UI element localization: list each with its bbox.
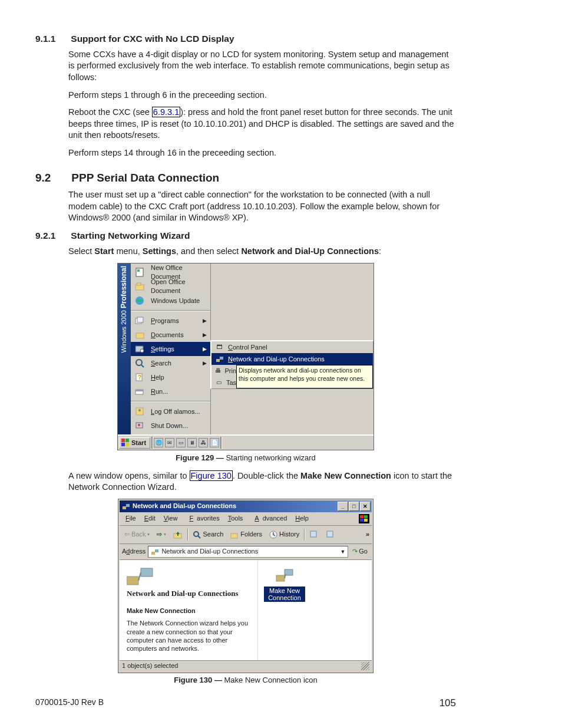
- section-9-1-1-heading: 9.1.1 Support for CXC with No LCD Displa…: [35, 33, 456, 45]
- help-icon: ?: [133, 372, 146, 383]
- crossref-link[interactable]: Figure 130: [190, 470, 233, 481]
- svg-rect-1: [137, 269, 140, 272]
- svg-rect-25: [125, 443, 129, 446]
- menu-item-open-office-doc[interactable]: Open Office Document: [131, 279, 210, 294]
- chevron-right-icon: ▶: [203, 345, 207, 353]
- arrow-left-icon: ⇦: [124, 530, 130, 539]
- svg-point-33: [194, 532, 199, 536]
- windows-logo-icon: [121, 439, 130, 447]
- toolbar-button[interactable]: [323, 529, 338, 540]
- history-button[interactable]: History: [267, 529, 302, 539]
- menu-item-windows-update[interactable]: Windows Update: [131, 294, 210, 308]
- section-title: PPP Serial Data Connection: [71, 172, 219, 184]
- info-pane-description: The Network Connection wizard helps you …: [127, 619, 250, 653]
- crossref-link[interactable]: 6.9.3.1: [152, 107, 180, 117]
- menu-item-search[interactable]: Search▶: [131, 356, 210, 370]
- paragraph: A new window opens, similar to Figure 13…: [68, 470, 456, 493]
- make-new-connection-icon[interactable]: Make New Connection: [264, 566, 305, 602]
- svg-line-34: [198, 536, 200, 538]
- tray-icon[interactable]: 🖥: [187, 438, 197, 447]
- menu-advanced[interactable]: Advanced: [247, 513, 290, 523]
- tray-icon[interactable]: ▭: [176, 438, 186, 447]
- minimize-button[interactable]: _: [338, 502, 348, 511]
- search-button[interactable]: Search: [190, 529, 226, 539]
- network-folder-icon: [151, 548, 159, 556]
- menu-item-documents[interactable]: Documents▶: [131, 328, 210, 342]
- address-label: Address: [122, 547, 146, 556]
- go-icon: ↷: [352, 547, 358, 556]
- menu-item-settings[interactable]: Settings▶: [131, 342, 210, 356]
- run-icon: [133, 386, 146, 397]
- menu-view[interactable]: View: [160, 513, 181, 523]
- svg-rect-15: [135, 390, 143, 391]
- paragraph: The user must set up a "direct cable con…: [68, 189, 456, 224]
- submenu-item-network-dialup[interactable]: Network and Dial-up Connections: [211, 353, 373, 365]
- chevron-right-icon: ▶: [203, 331, 207, 338]
- submenu-item-printers[interactable]: 🖶Prin: [211, 365, 236, 377]
- forward-button[interactable]: ⇨ ▾: [154, 529, 168, 539]
- menu-item-run[interactable]: Run...: [131, 384, 210, 398]
- menu-item-logoff[interactable]: Log Off alamos...: [131, 404, 210, 419]
- tray-icon[interactable]: 📄: [210, 438, 219, 447]
- documents-icon: [133, 330, 146, 340]
- address-bar: Address Network and Dial-up Connections …: [120, 544, 372, 560]
- menu-file[interactable]: File: [122, 513, 140, 523]
- svg-rect-37: [310, 531, 316, 537]
- toolbar-overflow[interactable]: »: [366, 530, 369, 539]
- svg-line-43: [138, 572, 141, 581]
- menu-tools[interactable]: Tools: [224, 513, 247, 523]
- tray-icon[interactable]: ✉: [165, 438, 174, 447]
- quick-launch: 🌐 ✉ ▭ 🖥 🖧 📄: [154, 438, 219, 447]
- folders-button[interactable]: Folders: [228, 529, 265, 539]
- paragraph: Reboot the CXC (see 6.9.3.1): press and …: [68, 107, 456, 141]
- svg-rect-27: [126, 504, 130, 507]
- menu-help[interactable]: Help: [292, 513, 312, 523]
- menu-item-programs[interactable]: Programs▶: [131, 314, 210, 328]
- svg-rect-29: [364, 515, 368, 518]
- address-field[interactable]: Network and Dial-up Connections ▼: [148, 546, 348, 558]
- up-button[interactable]: [171, 529, 185, 540]
- resize-grip[interactable]: [361, 662, 369, 670]
- section-number: 9.2: [35, 170, 68, 186]
- svg-rect-20: [216, 359, 220, 362]
- icon-label: Make New Connection: [264, 587, 305, 602]
- tray-icon[interactable]: 🖧: [199, 438, 208, 447]
- page-number: 105: [439, 697, 456, 710]
- svg-point-17: [138, 409, 141, 411]
- submenu-item-taskbar[interactable]: ▭Tas: [211, 377, 236, 388]
- start-button[interactable]: Start: [119, 437, 150, 449]
- close-button[interactable]: ✕: [360, 502, 371, 511]
- menu-favorites[interactable]: Favorites: [182, 513, 223, 523]
- chevron-right-icon: ▶: [203, 360, 207, 367]
- dropdown-icon[interactable]: ▼: [340, 548, 345, 555]
- programs-icon: [133, 315, 146, 326]
- section-9-2-1-heading: 9.2.1 Starting Networking Wizard: [35, 230, 456, 242]
- search-icon: [193, 531, 201, 539]
- submenu-item-control-panel[interactable]: 🗔Control Panel: [211, 341, 373, 353]
- svg-point-9: [140, 349, 144, 353]
- toolbar-button[interactable]: [307, 529, 321, 540]
- menu-item-help[interactable]: ?Help: [131, 370, 210, 384]
- menu-item-shutdown[interactable]: Shut Down...: [131, 419, 210, 433]
- svg-rect-28: [360, 515, 363, 518]
- tray-icon[interactable]: 🌐: [154, 438, 163, 447]
- section-title: Starting Networking Wizard: [71, 230, 190, 241]
- svg-point-19: [138, 424, 140, 426]
- page-footer: 0700015-J0 Rev B 105: [35, 697, 456, 710]
- svg-rect-42: [141, 568, 153, 577]
- svg-rect-39: [151, 552, 155, 555]
- windows-flag-icon: [359, 514, 369, 523]
- maximize-button[interactable]: □: [349, 502, 359, 511]
- logoff-icon: [133, 406, 146, 417]
- go-button[interactable]: ↷Go: [351, 547, 369, 556]
- control-panel-icon: 🗔: [215, 342, 224, 352]
- network-dialup-big-icon: [127, 566, 150, 586]
- menu-edit[interactable]: Edit: [141, 513, 159, 523]
- paragraph: Some CCXs have a 4-digit display or no L…: [68, 49, 456, 84]
- svg-rect-40: [155, 549, 158, 552]
- svg-rect-38: [327, 531, 333, 537]
- network-icon: [215, 354, 224, 364]
- back-button[interactable]: ⇦Back ▾: [122, 529, 152, 539]
- arrow-right-icon: ⇨: [157, 530, 162, 539]
- folder-open-icon: [133, 281, 146, 292]
